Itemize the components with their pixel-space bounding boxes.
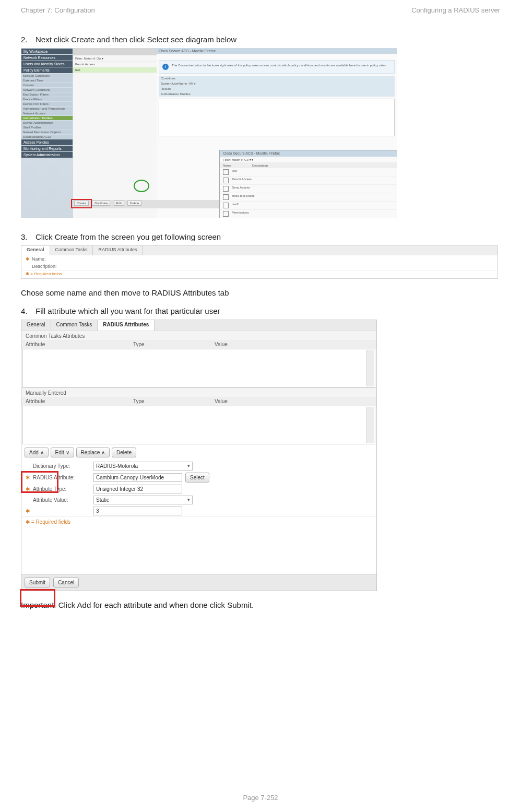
highlight-add-box — [21, 471, 58, 493]
dictionary-type-label: Dictionary Type: — [33, 463, 90, 469]
tab-common-tasks[interactable]: Common Tasks — [51, 320, 98, 331]
section-manually-entered: Manually Entered — [21, 387, 376, 397]
header-left: Chapter 7: Configuration — [21, 6, 95, 14]
cancel-button[interactable]: Cancel — [53, 578, 79, 587]
col-value: Value — [210, 340, 376, 349]
header-right: Configuring a RADIUS server — [411, 6, 500, 14]
important-note: Important: Click Add for each attribute … — [21, 601, 500, 609]
replace-button[interactable]: Replace ∧ — [76, 448, 110, 457]
submit-button[interactable]: Submit — [25, 578, 50, 587]
tab-general[interactable]: General — [21, 320, 51, 331]
add-button[interactable]: Add ∧ — [25, 448, 49, 457]
highlight-create-box — [71, 199, 92, 208]
name-label: Name: — [32, 256, 46, 262]
section-common-tasks-attributes: Common Tasks Attributes — [21, 331, 376, 340]
manual-listbox[interactable] — [22, 406, 375, 444]
info-icon: i — [162, 64, 169, 70]
s1-nav-header: My Workspace — [21, 49, 73, 54]
step-3: 3.Click Create from the screen you get f… — [21, 232, 500, 241]
highlight-submit-box — [20, 589, 55, 607]
attribute-value-number-input[interactable]: 3 — [93, 507, 182, 515]
s1-authz-profiles[interactable]: Authorization Profiles — [21, 116, 73, 120]
tab-radius-attributes[interactable]: RADIUS Attributes — [93, 246, 143, 255]
radius-attribute-input[interactable]: Cambium-Canopy-UserMode — [93, 473, 182, 482]
select-button[interactable]: Select — [185, 473, 209, 483]
screenshot-2: General Common Tasks RADIUS Attributes ✱… — [21, 245, 498, 279]
screenshot-3: General Common Tasks RADIUS Attributes C… — [21, 320, 377, 591]
dictionary-type-select[interactable]: RADIUS-Motorola — [93, 462, 193, 470]
required-note: = Required fields — [30, 272, 62, 276]
attribute-type-input[interactable]: Unsigned Integer 32 — [93, 485, 182, 493]
step-2: 2.Next click Create and then click Selec… — [21, 35, 500, 44]
tab-general[interactable]: General — [21, 246, 50, 255]
s1-window-title: Cisco Secure ACS - Mozilla Firefox — [157, 48, 397, 54]
page-footer: Page 7-252 — [0, 794, 521, 802]
required-note: = Required fields — [31, 519, 70, 525]
s1-overlay-window: Cisco Secure ACS - Mozilla Firefox ✕ Fil… — [219, 150, 397, 218]
attribute-value-select[interactable]: Static — [93, 496, 193, 504]
screenshot-1: My Workspace Network Resources Users and… — [21, 48, 397, 218]
attribute-value-label: Attribute Value: — [33, 497, 90, 503]
col-attribute: Attribute — [21, 340, 129, 349]
edit-button[interactable]: Edit ∨ — [51, 448, 74, 457]
delete-button[interactable]: Delete — [112, 448, 136, 457]
common-tasks-listbox[interactable] — [22, 349, 375, 387]
col-type: Type — [129, 340, 210, 349]
highlight-select-circle — [134, 180, 149, 192]
step-4: 4.Fill attribute which all you want for … — [21, 307, 500, 315]
tab-radius-attributes[interactable]: RADIUS Attributes — [98, 320, 155, 331]
mid-instruction: Chose some name and then move to RADIUS … — [21, 288, 500, 297]
description-label: Description: — [32, 264, 57, 269]
tab-common-tasks[interactable]: Common Tasks — [50, 246, 93, 255]
